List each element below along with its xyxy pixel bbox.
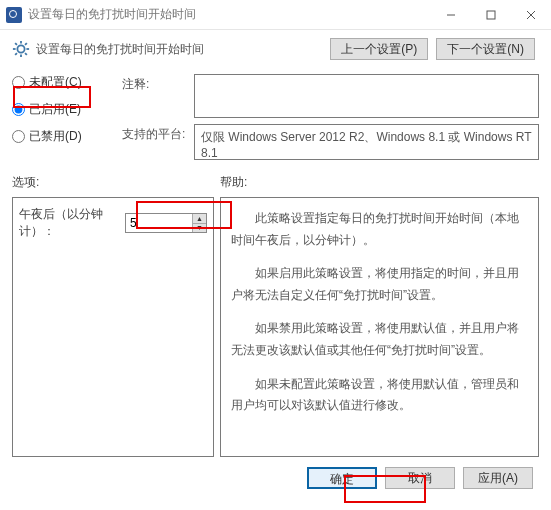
radio-disabled[interactable]: 已禁用(D) (12, 128, 104, 145)
comment-input[interactable] (194, 74, 539, 118)
spinner-up-button[interactable]: ▲ (193, 214, 206, 224)
gear-icon (12, 40, 30, 58)
help-paragraph: 如果未配置此策略设置，将使用默认值，管理员和用户均可以对该默认值进行修改。 (231, 374, 528, 417)
app-icon (6, 7, 22, 23)
minimize-button[interactable] (431, 0, 471, 30)
radio-not-configured-input[interactable] (12, 76, 25, 89)
svg-line-12 (15, 53, 17, 55)
svg-point-4 (17, 45, 24, 52)
radio-disabled-input[interactable] (12, 130, 25, 143)
minutes-after-midnight-label: 午夜后（以分钟计）： (19, 206, 119, 240)
svg-rect-1 (487, 11, 495, 19)
svg-line-9 (15, 43, 17, 45)
titlebar: 设置每日的免打扰时间开始时间 (0, 0, 551, 30)
options-section-label: 选项: (12, 174, 220, 191)
radio-not-configured[interactable]: 未配置(C) (12, 74, 104, 91)
minutes-spinner[interactable]: ▲ ▼ (125, 213, 207, 233)
help-section-label: 帮助: (220, 174, 247, 191)
window-title: 设置每日的免打扰时间开始时间 (28, 6, 196, 23)
platform-value: 仅限 Windows Server 2012 R2、Windows 8.1 或 … (194, 124, 539, 160)
help-paragraph: 如果禁用此策略设置，将使用默认值，并且用户将无法更改该默认值或其他任何“免打扰时… (231, 318, 528, 361)
prev-setting-button[interactable]: 上一个设置(P) (330, 38, 428, 60)
radio-not-configured-label: 未配置(C) (29, 74, 82, 91)
cancel-button[interactable]: 取消 (385, 467, 455, 489)
help-panel: 此策略设置指定每日的免打扰时间开始时间（本地时间午夜后，以分钟计）。 如果启用此… (220, 197, 539, 457)
radio-enabled-label: 已启用(E) (29, 101, 81, 118)
help-paragraph: 如果启用此策略设置，将使用指定的时间，并且用户将无法自定义任何“免打扰时间”设置… (231, 263, 528, 306)
help-paragraph: 此策略设置指定每日的免打扰时间开始时间（本地时间午夜后，以分钟计）。 (231, 208, 528, 251)
next-setting-button[interactable]: 下一个设置(N) (436, 38, 535, 60)
close-button[interactable] (511, 0, 551, 30)
spinner-down-button[interactable]: ▼ (193, 224, 206, 233)
svg-line-11 (25, 43, 27, 45)
maximize-button[interactable] (471, 0, 511, 30)
svg-line-10 (25, 53, 27, 55)
options-panel: 午夜后（以分钟计）： ▲ ▼ (12, 197, 214, 457)
comment-label: 注释: (122, 74, 188, 118)
ok-button[interactable]: 确定 (307, 467, 377, 489)
page-title: 设置每日的免打扰时间开始时间 (36, 41, 204, 58)
apply-button[interactable]: 应用(A) (463, 467, 533, 489)
minutes-input[interactable] (126, 214, 192, 232)
platform-label: 支持的平台: (122, 124, 188, 160)
radio-enabled-input[interactable] (12, 103, 25, 116)
radio-enabled[interactable]: 已启用(E) (12, 101, 104, 118)
radio-disabled-label: 已禁用(D) (29, 128, 82, 145)
